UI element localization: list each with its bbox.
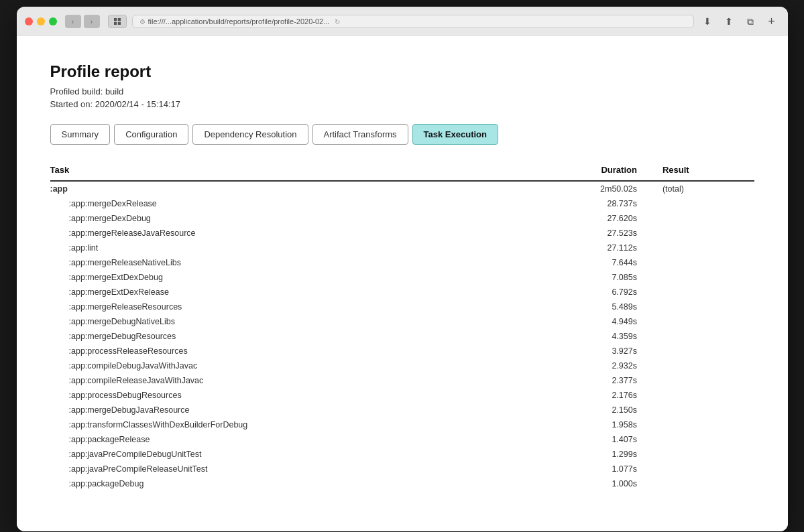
table-row: :app:compileDebugJavaWithJavac2.932s	[50, 358, 754, 373]
result-cell	[657, 196, 754, 211]
result-cell	[657, 300, 754, 314]
table-row: :app:mergeDexDebug27.620s	[50, 211, 754, 226]
table-header-row: Task Duration Result	[50, 161, 754, 181]
browser-chrome: ‹ › ⚙ file:///...application/build/repor…	[17, 7, 788, 36]
maximize-button[interactable]	[49, 17, 57, 25]
table-row: :app:mergeReleaseResources5.489s	[50, 300, 754, 314]
tab-grid-icon[interactable]	[108, 15, 127, 28]
table-row: :app:transformClassesWithDexBuilderForDe…	[50, 417, 754, 432]
result-cell	[657, 447, 754, 462]
table-row: :app:javaPreCompileReleaseUnitTest1.077s	[50, 462, 754, 476]
task-cell: :app:javaPreCompileReleaseUnitTest	[50, 462, 577, 476]
tab-artifact-transforms[interactable]: Artifact Transforms	[312, 124, 408, 145]
table-row: :app:lint27.112s	[50, 241, 754, 255]
task-cell: :app	[50, 181, 577, 196]
new-tab-button[interactable]: +	[764, 13, 780, 29]
result-cell	[657, 241, 754, 255]
duration-cell: 5.489s	[577, 300, 657, 314]
duration-cell: 3.927s	[577, 344, 657, 358]
profiled-build-line: Profiled build: build	[50, 86, 754, 96]
tab-configuration[interactable]: Configuration	[114, 124, 188, 145]
table-row: :app:mergeExtDexDebug7.085s	[50, 270, 754, 285]
task-cell: :app:packageRelease	[50, 432, 577, 447]
started-on-line: Started on: 2020/02/14 - 15:14:17	[50, 99, 754, 109]
duration-cell: 28.737s	[577, 196, 657, 211]
table-row: :app:javaPreCompileDebugUnitTest1.299s	[50, 447, 754, 462]
traffic-lights	[25, 17, 57, 25]
result-cell	[657, 373, 754, 388]
svg-rect-0	[114, 18, 117, 21]
svg-rect-1	[117, 18, 120, 21]
task-cell: :app:mergeDebugResources	[50, 329, 577, 344]
result-cell	[657, 270, 754, 285]
task-cell: :app:transformClassesWithDexBuilderForDe…	[50, 417, 577, 432]
browser-window: ‹ › ⚙ file:///...application/build/repor…	[17, 7, 788, 531]
result-cell	[657, 358, 754, 373]
task-cell: :app:mergeDexDebug	[50, 211, 577, 226]
forward-button[interactable]: ›	[84, 15, 100, 28]
browser-actions: ⬇ ⬆ ⧉ +	[699, 13, 780, 29]
duration-cell: 7.085s	[577, 270, 657, 285]
task-cell: :app:mergeReleaseResources	[50, 300, 577, 314]
duration-column-header: Duration	[577, 161, 657, 181]
task-cell: :app:processReleaseResources	[50, 344, 577, 358]
result-cell	[657, 403, 754, 417]
result-cell	[657, 417, 754, 432]
result-cell	[657, 285, 754, 300]
share-button[interactable]: ⬆	[721, 13, 737, 29]
tab-summary[interactable]: Summary	[50, 124, 111, 145]
back-button[interactable]: ‹	[65, 15, 81, 28]
result-cell	[657, 314, 754, 329]
table-row: :app:packageRelease1.407s	[50, 432, 754, 447]
task-cell: :app:lint	[50, 241, 577, 255]
task-cell: :app:mergeDebugJavaResource	[50, 403, 577, 417]
task-column-header: Task	[50, 161, 577, 181]
split-view-button[interactable]: ⧉	[742, 13, 758, 29]
duration-cell: 27.620s	[577, 211, 657, 226]
task-cell: :app:mergeExtDexDebug	[50, 270, 577, 285]
duration-cell: 7.644s	[577, 255, 657, 270]
duration-cell: 4.949s	[577, 314, 657, 329]
result-cell: (total)	[657, 181, 754, 196]
table-row: :app:mergeReleaseJavaResource27.523s	[50, 226, 754, 241]
tab-dependency-resolution[interactable]: Dependency Resolution	[192, 124, 308, 145]
svg-rect-3	[117, 22, 120, 25]
minimize-button[interactable]	[37, 17, 45, 25]
table-row: :app:processReleaseResources3.927s	[50, 344, 754, 358]
table-row: :app:mergeReleaseNativeLibs7.644s	[50, 255, 754, 270]
task-cell: :app:mergeReleaseNativeLibs	[50, 255, 577, 270]
duration-cell: 27.523s	[577, 226, 657, 241]
result-cell	[657, 344, 754, 358]
table-row: :app:mergeDebugNativeLibs4.949s	[50, 314, 754, 329]
task-table: Task Duration Result :app2m50.02s(total)…	[50, 161, 754, 491]
duration-cell: 2.150s	[577, 403, 657, 417]
duration-cell: 1.000s	[577, 476, 657, 491]
table-row: :app2m50.02s(total)	[50, 181, 754, 196]
result-cell	[657, 476, 754, 491]
tabs-row: SummaryConfigurationDependency Resolutio…	[50, 124, 754, 145]
task-cell: :app:mergeDexRelease	[50, 196, 577, 211]
result-cell	[657, 255, 754, 270]
duration-cell: 2.176s	[577, 388, 657, 403]
result-column-header: Result	[657, 161, 754, 181]
duration-cell: 2.377s	[577, 373, 657, 388]
address-bar[interactable]: ⚙ file:///...application/build/reports/p…	[132, 15, 694, 28]
download-button[interactable]: ⬇	[699, 13, 715, 29]
duration-cell: 4.359s	[577, 329, 657, 344]
svg-rect-2	[114, 22, 117, 25]
duration-cell: 27.112s	[577, 241, 657, 255]
tab-task-execution[interactable]: Task Execution	[412, 124, 498, 145]
table-row: :app:processDebugResources2.176s	[50, 388, 754, 403]
table-row: :app:packageDebug1.000s	[50, 476, 754, 491]
duration-cell: 1.407s	[577, 432, 657, 447]
result-cell	[657, 462, 754, 476]
task-cell: :app:compileDebugJavaWithJavac	[50, 358, 577, 373]
duration-cell: 6.792s	[577, 285, 657, 300]
table-row: :app:mergeExtDexRelease6.792s	[50, 285, 754, 300]
result-cell	[657, 329, 754, 344]
result-cell	[657, 226, 754, 241]
duration-cell: 1.299s	[577, 447, 657, 462]
duration-cell: 1.958s	[577, 417, 657, 432]
close-button[interactable]	[25, 17, 33, 25]
duration-cell: 2m50.02s	[577, 181, 657, 196]
